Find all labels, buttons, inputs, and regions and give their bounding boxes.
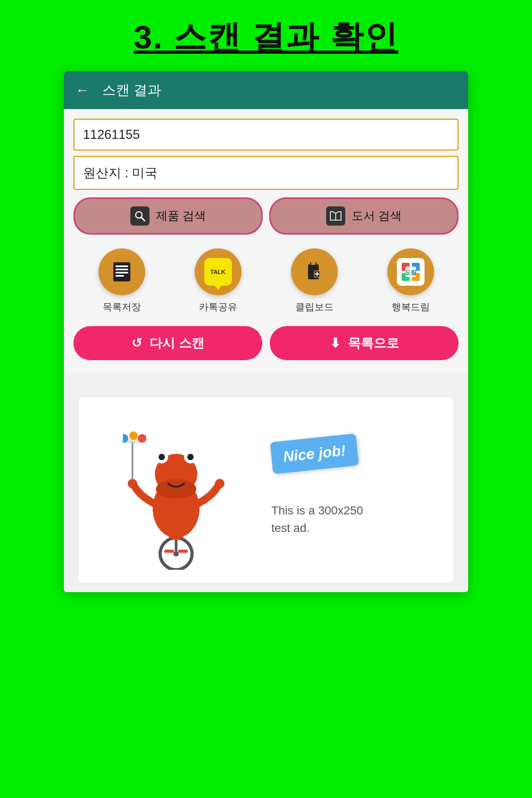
- svg-line-37: [176, 535, 181, 538]
- barcode-value-field[interactable]: 11261155: [73, 119, 459, 151]
- monster-svg: [123, 410, 229, 570]
- hapbok-button[interactable]: 드림 행복드림: [387, 248, 434, 313]
- kakao-share-icon: TALK: [195, 248, 242, 295]
- svg-rect-7: [115, 275, 124, 277]
- book-search-button[interactable]: 도서 검색: [269, 197, 459, 235]
- clipboard-label: 클립보드: [295, 301, 334, 313]
- svg-point-21: [173, 551, 179, 556]
- svg-line-1: [142, 218, 145, 221]
- monster-illustration: [92, 410, 261, 570]
- ad-test-text: This is a 300x250test ad.: [271, 502, 363, 537]
- book-search-label: 도서 검색: [352, 208, 402, 224]
- phone-frame: ← 스캔 결과 11261155 원산지 : 미국 제품 검색: [64, 71, 468, 592]
- book-search-icon: [326, 206, 345, 226]
- product-search-icon: [130, 206, 149, 226]
- search-buttons-row: 제품 검색 도서 검색: [73, 197, 459, 235]
- to-list-button[interactable]: ⬇ 목록으로: [270, 326, 459, 360]
- svg-point-35: [215, 479, 225, 488]
- svg-rect-10: [311, 262, 315, 265]
- content-area: 11261155 원산지 : 미국 제품 검색: [64, 109, 468, 373]
- to-list-icon: ⬇: [330, 336, 340, 351]
- hapbok-label: 행복드림: [392, 301, 430, 313]
- ad-section: Nice job! This is a 300x250test ad.: [64, 373, 468, 592]
- back-button[interactable]: ←: [76, 82, 89, 98]
- svg-rect-24: [178, 550, 188, 553]
- svg-rect-6: [115, 272, 128, 273]
- svg-text:드림: 드림: [405, 269, 417, 276]
- svg-point-42: [138, 434, 146, 443]
- svg-point-33: [187, 454, 194, 460]
- svg-rect-5: [115, 269, 128, 270]
- list-save-button[interactable]: 목록저장: [98, 248, 145, 313]
- hapbok-icon: 드림: [387, 248, 434, 295]
- ad-banner: Nice job! This is a 300x250test ad.: [79, 397, 453, 583]
- talk-icon-bubble: TALK: [204, 258, 232, 286]
- app-bar: ← 스캔 결과: [64, 71, 468, 109]
- action-buttons-row: ↺ 다시 스캔 ⬇ 목록으로: [73, 326, 459, 360]
- icon-buttons-row: 목록저장 TALK 카톡공유: [73, 248, 459, 313]
- product-search-label: 제품 검색: [156, 208, 206, 224]
- rescan-icon: ↺: [131, 336, 142, 351]
- svg-point-32: [159, 454, 165, 460]
- rescan-label: 다시 스캔: [149, 335, 204, 352]
- clipboard-icon: [291, 248, 338, 295]
- svg-rect-4: [115, 265, 128, 267]
- origin-field[interactable]: 원산지 : 미국: [73, 156, 459, 190]
- svg-point-27: [156, 479, 196, 498]
- hapbok-icon-inner: 드림: [397, 258, 425, 286]
- svg-point-34: [128, 479, 137, 488]
- rescan-button[interactable]: ↺ 다시 스캔: [73, 326, 262, 360]
- svg-point-41: [129, 431, 138, 440]
- list-save-icon: [98, 248, 145, 295]
- nice-job-banner: Nice job!: [270, 434, 359, 475]
- list-save-label: 목록저장: [103, 301, 141, 313]
- to-list-label: 목록으로: [348, 335, 399, 352]
- app-bar-title: 스캔 결과: [102, 81, 161, 99]
- page-title: 3. 스캔 결과 확인: [134, 15, 398, 60]
- kakao-share-label: 카톡공유: [199, 301, 237, 313]
- product-search-button[interactable]: 제품 검색: [73, 197, 263, 235]
- ad-text-area: Nice job! This is a 300x250test ad.: [271, 438, 440, 542]
- kakao-share-button[interactable]: TALK 카톡공유: [195, 248, 242, 313]
- clipboard-button[interactable]: 클립보드: [291, 248, 338, 313]
- svg-rect-23: [164, 550, 174, 553]
